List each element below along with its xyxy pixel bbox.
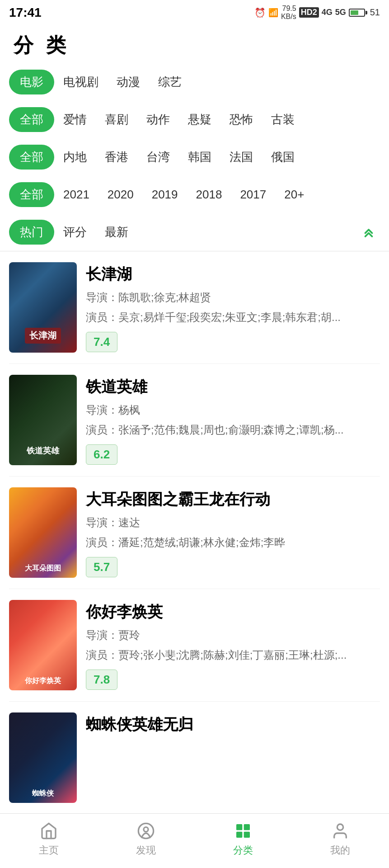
filter-item-more-years[interactable]: 20+ [275, 184, 313, 205]
movie-cast-4: 演员：贾玲;张小斐;沈腾;陈赫;刘佳;丁嘉丽;王琳;杜源;... [86, 647, 380, 663]
filter-items-genre: 爱情 喜剧 动作 悬疑 恐怖 古装 [54, 108, 380, 131]
movie-item-1[interactable]: 长津湖 导演：陈凯歌;徐克;林超贤 演员：吴京;易烊千玺;段奕宏;朱亚文;李晨;… [9, 251, 380, 364]
movie-director-1: 导演：陈凯歌;徐克;林超贤 [86, 289, 380, 306]
svg-rect-4 [236, 832, 242, 838]
filter-item-anime[interactable]: 动漫 [108, 71, 149, 94]
movie-score-1: 7.4 [86, 332, 117, 352]
hd2-icon: HD2 [299, 7, 319, 18]
movie-title-1: 长津湖 [86, 264, 380, 285]
filter-item-russia[interactable]: 俄国 [262, 146, 304, 169]
movie-cast-1: 演员：吴京;易烊千玺;段奕宏;朱亚文;李晨;韩东君;胡... [86, 309, 380, 326]
filter-item-mystery[interactable]: 悬疑 [179, 108, 220, 131]
filter-item-taiwan[interactable]: 台湾 [137, 146, 179, 169]
movie-poster-5 [9, 712, 77, 803]
home-icon [39, 821, 59, 841]
status-bar: 17:41 ⏰ 📶 79.5KB/s HD2 4G 5G 51 [0, 0, 389, 23]
nav-label-profile: 我的 [330, 844, 350, 857]
4g-icon: 4G [322, 8, 333, 17]
nav-item-home[interactable]: 主页 [26, 821, 71, 857]
movie-title-3: 大耳朵图图之霸王龙在行动 [86, 489, 380, 510]
filter-item-2019[interactable]: 2019 [143, 184, 187, 205]
filter-item-score[interactable]: 评分 [54, 221, 96, 244]
filter-active-genre[interactable]: 全部 [9, 107, 54, 132]
movie-info-5: 蜘蛛侠英雄无归 [86, 712, 380, 740]
filter-item-korea[interactable]: 韩国 [179, 146, 220, 169]
filter-row-region: 全部 内地 香港 台湾 韩国 法国 俄国 [9, 138, 380, 176]
movie-title-5: 蜘蛛侠英雄无归 [86, 714, 380, 735]
movie-list: 长津湖 导演：陈凯歌;徐克;林超贤 演员：吴京;易烊千玺;段奕宏;朱亚文;李晨;… [0, 251, 389, 814]
filter-items-sort: 评分 最新 [54, 221, 137, 244]
filter-item-comedy[interactable]: 喜剧 [96, 108, 137, 131]
filter-item-romance[interactable]: 爱情 [54, 108, 96, 131]
filter-row-type: 电影 电视剧 动漫 综艺 [9, 63, 380, 101]
movie-item-4[interactable]: 你好李焕英 导演：贾玲 演员：贾玲;张小斐;沈腾;陈赫;刘佳;丁嘉丽;王琳;杜源… [9, 589, 380, 702]
movie-info-4: 你好李焕英 导演：贾玲 演员：贾玲;张小斐;沈腾;陈赫;刘佳;丁嘉丽;王琳;杜源… [86, 600, 380, 690]
battery-icon [349, 9, 367, 17]
movie-director-2: 导演：杨枫 [86, 402, 380, 418]
filter-item-hongkong[interactable]: 香港 [96, 146, 137, 169]
filter-item-2018[interactable]: 2018 [187, 184, 231, 205]
nav-item-profile[interactable]: 我的 [318, 821, 363, 857]
movie-poster-4 [9, 600, 77, 690]
movie-director-3: 导演：速达 [86, 514, 380, 531]
movie-score-3: 5.7 [86, 557, 117, 577]
movie-director-4: 导演：贾玲 [86, 627, 380, 643]
filter-row-sort: 热门 评分 最新 [9, 213, 380, 251]
svg-point-6 [337, 824, 343, 830]
filter-item-mainland[interactable]: 内地 [54, 146, 96, 169]
movie-poster-1 [9, 262, 77, 353]
filter-sort-left: 热门 评分 最新 [9, 220, 137, 245]
movie-poster-3 [9, 487, 77, 578]
nav-item-category[interactable]: 分类 [220, 821, 266, 857]
movie-info-2: 铁道英雄 导演：杨枫 演员：张涵予;范伟;魏晨;周也;俞灏明;森博之;谭凯;杨.… [86, 375, 380, 465]
collapse-button[interactable] [357, 221, 380, 244]
filter-item-2017[interactable]: 2017 [231, 184, 275, 205]
movie-item-3[interactable]: 大耳朵图图之霸王龙在行动 导演：速达 演员：潘延;范楚绒;胡谦;林永健;金炜;李… [9, 476, 380, 589]
movie-score-2: 6.2 [86, 444, 117, 465]
5g-icon: 5G [335, 8, 346, 17]
profile-icon [330, 821, 350, 841]
filter-active-year[interactable]: 全部 [9, 182, 54, 207]
network-speed: 79.5KB/s [281, 5, 296, 20]
svg-rect-5 [244, 832, 250, 838]
filter-item-tvshow[interactable]: 电视剧 [54, 71, 108, 94]
movie-cast-2: 演员：张涵予;范伟;魏晨;周也;俞灏明;森博之;谭凯;杨... [86, 422, 380, 438]
filter-active-type[interactable]: 电影 [9, 70, 54, 94]
svg-rect-3 [244, 824, 250, 830]
filter-item-2020[interactable]: 2020 [98, 184, 143, 205]
movie-score-4: 7.8 [86, 670, 117, 690]
movie-cast-3: 演员：潘延;范楚绒;胡谦;林永健;金炜;李晔 [86, 534, 380, 551]
nav-label-category: 分类 [233, 844, 253, 857]
filter-items-type: 电视剧 动漫 综艺 [54, 71, 380, 94]
bottom-nav: 主页 发现 分类 我的 [0, 813, 389, 868]
page-title: 分 类 [0, 23, 389, 63]
filter-item-costume[interactable]: 古装 [262, 108, 304, 131]
filter-item-horror[interactable]: 恐怖 [220, 108, 262, 131]
movie-title-2: 铁道英雄 [86, 377, 380, 397]
alarm-icon: ⏰ [254, 7, 266, 18]
filter-item-variety[interactable]: 综艺 [149, 71, 191, 94]
movie-item-5[interactable]: 蜘蛛侠英雄无归 [9, 702, 380, 814]
nav-item-discover[interactable]: 发现 [123, 821, 169, 857]
filter-item-france[interactable]: 法国 [220, 146, 262, 169]
filter-active-region[interactable]: 全部 [9, 145, 54, 170]
movie-item-2[interactable]: 铁道英雄 导演：杨枫 演员：张涵予;范伟;魏晨;周也;俞灏明;森博之;谭凯;杨.… [9, 364, 380, 476]
filter-items-year: 2021 2020 2019 2018 2017 20+ [54, 184, 380, 205]
filter-section: 电影 电视剧 动漫 综艺 全部 爱情 喜剧 动作 悬疑 恐怖 古装 全部 内地 … [0, 63, 389, 251]
movie-info-3: 大耳朵图图之霸王龙在行动 导演：速达 演员：潘延;范楚绒;胡谦;林永健;金炜;李… [86, 487, 380, 577]
movie-poster-2 [9, 375, 77, 465]
category-icon [233, 821, 253, 841]
svg-rect-2 [236, 824, 242, 830]
svg-point-1 [144, 827, 148, 832]
movie-info-1: 长津湖 导演：陈凯歌;徐克;林超贤 演员：吴京;易烊千玺;段奕宏;朱亚文;李晨;… [86, 262, 380, 352]
discover-icon [136, 821, 156, 841]
filter-item-newest[interactable]: 最新 [96, 221, 137, 244]
movie-title-4: 你好李焕英 [86, 602, 380, 623]
filter-item-2021[interactable]: 2021 [54, 184, 98, 205]
battery-percent: 51 [370, 7, 380, 18]
status-time: 17:41 [9, 5, 42, 20]
filter-row-year: 全部 2021 2020 2019 2018 2017 20+ [9, 176, 380, 213]
filter-active-sort[interactable]: 热门 [9, 220, 54, 245]
status-icons: ⏰ 📶 79.5KB/s HD2 4G 5G 51 [254, 5, 380, 20]
filter-item-action[interactable]: 动作 [137, 108, 179, 131]
